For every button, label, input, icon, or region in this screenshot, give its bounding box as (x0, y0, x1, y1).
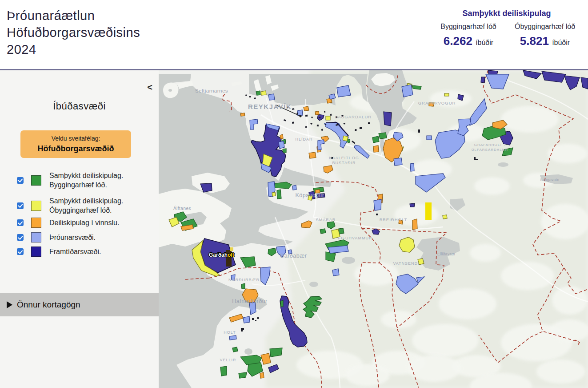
svg-text:Hafnarfjörður: Hafnarfjörður (232, 298, 267, 304)
svg-text:GRAFARHOLT -: GRAFARHOLT - (474, 143, 505, 147)
svg-text:Langavatn: Langavatn (540, 178, 559, 182)
svg-text:Garðaholt: Garðaholt (209, 252, 234, 258)
svg-text:Elliðavatn: Elliðavatn (437, 252, 455, 256)
svg-text:HOLT: HOLT (224, 330, 236, 335)
svg-text:VELLIR: VELLIR (220, 358, 236, 362)
svg-text:FÍFUHVAMMUR: FÍFUHVAMMUR (338, 236, 372, 240)
svg-text:NORÐURBÆR: NORÐURBÆR (228, 278, 260, 282)
svg-text:Álftanes: Álftanes (173, 206, 191, 211)
svg-text:REYKJAVÍK: REYKJAVÍK (248, 103, 292, 110)
svg-text:SMÁRAR: SMÁRAR (316, 218, 336, 222)
svg-text:VATNSENDI: VATNSENDI (393, 261, 419, 266)
svg-text:GRAFARVOGUR: GRAFARVOGUR (418, 101, 456, 105)
svg-text:ÚLFARSÁRDALUR: ÚLFARSÁRDALUR (472, 148, 508, 152)
svg-text:BÚSTAÐIR: BÚSTAÐIR (332, 161, 356, 165)
svg-text:LAUGARDALUR: LAUGARDALUR (335, 114, 372, 119)
svg-text:Kópavogur: Kópavogur (296, 192, 324, 198)
svg-text:Garðabær: Garðabær (280, 253, 307, 259)
svg-text:Seltjarnarnes: Seltjarnarnes (195, 88, 228, 93)
svg-text:HÁALEITI OG: HÁALEITI OG (329, 156, 359, 160)
svg-text:HLÍÐAR: HLÍÐAR (295, 137, 312, 141)
svg-text:BREIÐHOLT: BREIÐHOLT (380, 217, 408, 222)
